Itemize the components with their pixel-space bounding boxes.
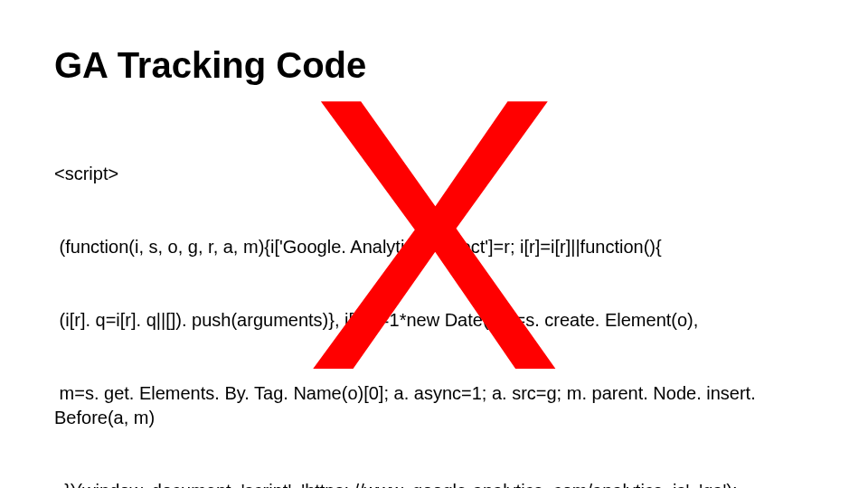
slide-title: GA Tracking Code bbox=[54, 45, 814, 86]
code-line: (function(i, s, o, g, r, a, m){i['Google… bbox=[54, 235, 814, 259]
code-block: <script> (function(i, s, o, g, r, a, m){… bbox=[54, 113, 814, 488]
code-line: (i[r]. q=i[r]. q||[]). push(arguments)},… bbox=[54, 308, 814, 333]
code-line: m=s. get. Elements. By. Tag. Name(o)[0];… bbox=[54, 381, 814, 430]
slide: GA Tracking Code <script> (function(i, s… bbox=[0, 0, 868, 488]
code-line: <script> bbox=[54, 162, 814, 186]
code-line: })(window, document, 'script', 'https: /… bbox=[54, 479, 814, 488]
